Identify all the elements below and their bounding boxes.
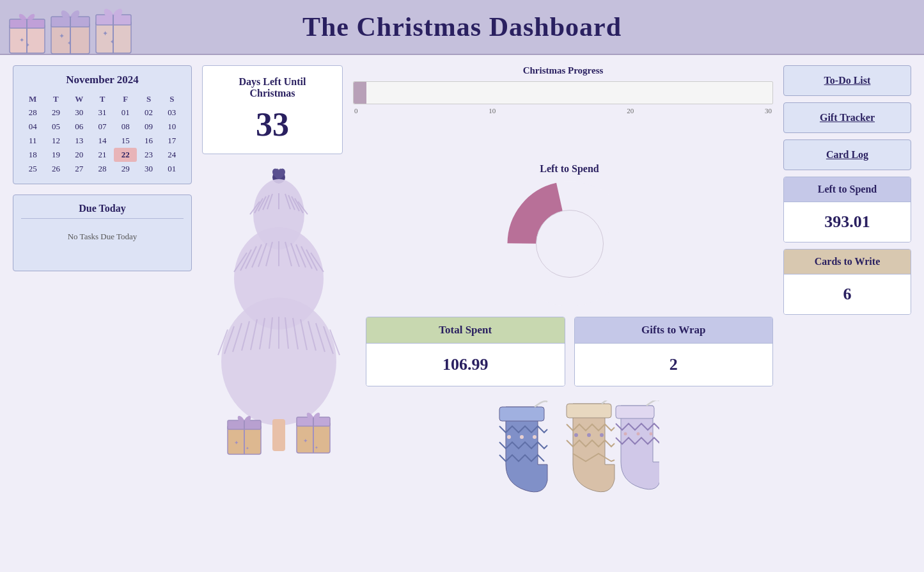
right-column: To-Do List Gift Tracker Card Log Left to… xyxy=(783,65,911,315)
total-spent-value: 106.99 xyxy=(366,344,565,386)
cards-to-write-widget: Cards to Write 6 xyxy=(783,249,911,315)
calendar-day[interactable]: 30 xyxy=(68,106,91,120)
cal-header-sat: S xyxy=(137,93,160,106)
axis-20: 20 xyxy=(627,107,634,115)
donut-chart-svg xyxy=(506,180,634,308)
calendar-grid: M T W T F S S 28293031010203040506070809… xyxy=(21,93,184,176)
progress-bar-container xyxy=(353,81,773,104)
days-left-title: Days Left Until Christmas xyxy=(215,76,329,99)
calendar-day[interactable]: 04 xyxy=(21,120,44,134)
calendar-day[interactable]: 15 xyxy=(114,134,137,148)
calendar-day[interactable]: 19 xyxy=(44,148,67,162)
svg-text:✦: ✦ xyxy=(234,440,239,446)
calendar-day[interactable]: 01 xyxy=(161,162,184,176)
cal-header-tue: T xyxy=(44,93,67,106)
left-to-spend-header: Left to Spend xyxy=(784,177,911,202)
calendar-day[interactable]: 08 xyxy=(114,120,137,134)
calendar-day[interactable]: 22 xyxy=(114,148,137,162)
due-today-widget: Due Today No Tasks Due Today xyxy=(13,195,192,271)
calendar-day[interactable]: 27 xyxy=(68,162,91,176)
page-header: ✦ ✦ ✦ ✦ ✦ ✦ The Christmas Dashboard xyxy=(0,0,924,55)
calendar-day[interactable]: 29 xyxy=(114,162,137,176)
svg-rect-77 xyxy=(567,404,611,418)
days-left-widget: Days Left Until Christmas 33 xyxy=(202,65,343,154)
gifts-to-wrap-header: Gifts to Wrap xyxy=(575,317,773,344)
svg-text:✦: ✦ xyxy=(246,446,249,451)
calendar-day[interactable]: 18 xyxy=(21,148,44,162)
calendar-day[interactable]: 13 xyxy=(68,134,91,148)
cards-to-write-header: Cards to Write xyxy=(784,250,911,274)
calendar-day[interactable]: 20 xyxy=(68,148,91,162)
calendar-day[interactable]: 03 xyxy=(161,106,184,120)
christmas-tree-svg: ✦ ✦ ✦ ✦ xyxy=(208,163,349,470)
svg-rect-73 xyxy=(499,407,544,421)
calendar-day[interactable]: 17 xyxy=(161,134,184,148)
cards-to-write-value: 6 xyxy=(784,274,911,314)
calendar-day[interactable]: 14 xyxy=(91,134,114,148)
calendar-widget: November 2024 M T W T F S S 282930310102… xyxy=(13,65,192,184)
calendar-day[interactable]: 11 xyxy=(21,134,44,148)
gift-decoration: ✦ ✦ ✦ ✦ ✦ ✦ xyxy=(6,5,153,56)
calendar-day[interactable]: 24 xyxy=(161,148,184,162)
svg-text:✦: ✦ xyxy=(102,29,108,37)
todo-list-button[interactable]: To-Do List xyxy=(783,65,911,96)
calendar-day[interactable]: 21 xyxy=(91,148,114,162)
calendar-day[interactable]: 28 xyxy=(91,162,114,176)
cal-header-fri: F xyxy=(114,93,137,106)
svg-rect-81 xyxy=(616,406,654,418)
calendar-day[interactable]: 05 xyxy=(44,120,67,134)
svg-text:✦: ✦ xyxy=(26,42,30,48)
total-spent-widget: Total Spent 106.99 xyxy=(366,317,565,386)
due-today-content: No Tasks Due Today xyxy=(21,225,184,242)
calendar-day[interactable]: 01 xyxy=(114,106,137,120)
svg-text:✦: ✦ xyxy=(303,438,308,444)
cal-header-thu: T xyxy=(91,93,114,106)
calendar-day[interactable]: 30 xyxy=(137,162,160,176)
left-to-spend-widget: Left to Spend 393.01 xyxy=(783,177,911,242)
axis-0: 0 xyxy=(354,107,358,115)
calendar-day[interactable]: 02 xyxy=(137,106,160,120)
svg-point-80 xyxy=(600,433,604,437)
svg-point-79 xyxy=(587,433,591,437)
progress-title: Christmas Progress xyxy=(353,65,773,76)
svg-text:✦: ✦ xyxy=(67,40,72,46)
calendar-day[interactable]: 09 xyxy=(137,120,160,134)
gift-tracker-button[interactable]: Gift Tracker xyxy=(783,102,911,133)
calendar-day[interactable]: 06 xyxy=(68,120,91,134)
center-column: Days Left Until Christmas 33 Christmas P… xyxy=(202,65,773,516)
stockings-decoration xyxy=(366,401,773,516)
svg-point-84 xyxy=(649,433,652,436)
christmas-tree-area: ✦ ✦ ✦ ✦ xyxy=(202,163,356,470)
calendar-day[interactable]: 12 xyxy=(44,134,67,148)
days-left-value: 33 xyxy=(215,106,329,143)
donut-label: Left to Spend xyxy=(540,163,599,175)
due-today-title: Due Today xyxy=(21,203,184,219)
calendar-day[interactable]: 23 xyxy=(137,148,160,162)
cal-header-sun: S xyxy=(161,93,184,106)
left-column: November 2024 M T W T F S S 282930310102… xyxy=(13,65,192,271)
middle-row: ✦ ✦ ✦ ✦ xyxy=(202,163,773,516)
cal-header-wed: W xyxy=(68,93,91,106)
svg-text:✦: ✦ xyxy=(19,36,24,44)
calendar-day[interactable]: 26 xyxy=(44,162,67,176)
card-log-button[interactable]: Card Log xyxy=(783,139,911,170)
svg-point-78 xyxy=(574,433,578,437)
header-gift-icons: ✦ ✦ ✦ ✦ ✦ ✦ xyxy=(6,5,153,56)
calendar-day[interactable]: 29 xyxy=(44,106,67,120)
progress-axis: 0 10 20 30 xyxy=(353,107,773,115)
svg-point-83 xyxy=(636,433,639,436)
calendar-day[interactable]: 07 xyxy=(91,120,114,134)
donut-chart-area: Left to Spend xyxy=(366,163,773,308)
stats-row: Total Spent 106.99 Gifts to Wrap 2 xyxy=(366,317,773,386)
cal-header-mon: M xyxy=(21,93,44,106)
calendar-day[interactable]: 10 xyxy=(161,120,184,134)
calendar-day[interactable]: 25 xyxy=(21,162,44,176)
svg-point-74 xyxy=(507,435,511,439)
svg-point-75 xyxy=(520,435,524,439)
calendar-day[interactable]: 16 xyxy=(137,134,160,148)
calendar-day[interactable]: 31 xyxy=(91,106,114,120)
gifts-to-wrap-widget: Gifts to Wrap 2 xyxy=(574,317,774,386)
calendar-day[interactable]: 28 xyxy=(21,106,44,120)
svg-point-76 xyxy=(533,435,536,439)
total-spent-header: Total Spent xyxy=(366,317,565,344)
